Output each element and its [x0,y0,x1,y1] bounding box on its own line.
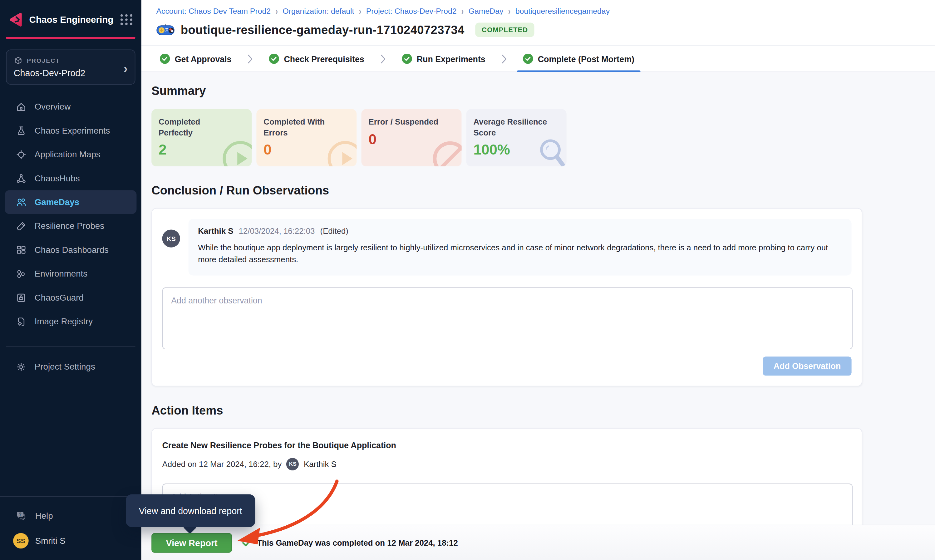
view-report-button[interactable]: View Report [151,533,232,552]
check-circle-icon [160,54,170,64]
gear-doc-icon [15,315,27,327]
step-complete-post-mortem[interactable]: Complete (Post Mortem) [523,46,634,71]
sidebar-divider [6,346,135,347]
sidebar-item-label: Help [35,511,53,521]
card-value: 2 [158,142,245,158]
user-avatar: SS [13,533,29,549]
comment-author: Karthik S [198,227,233,236]
page-title: boutique-resilience-gameday-run-17102407… [181,23,464,37]
card-label: Completed With Errors [263,117,341,138]
breadcrumb-account[interactable]: Account: Chaos Dev Team Prod2 [156,6,271,15]
sidebar-item-chaos-experiments[interactable]: Chaos Experiments [0,118,141,142]
lock-card-icon [15,292,27,303]
completion-note: This GameDay was completed on 12 Mar 202… [242,538,458,547]
sidebar-item-resilience-probes[interactable]: Resilience Probes [0,214,141,238]
sidebar: Chaos Engineering PROJECT Chaos-Dev-Prod… [0,0,141,560]
brand-underline [6,37,135,39]
sidebar-item-chaoshubs[interactable]: ChaosHubs [0,166,141,190]
check-circle-icon [402,54,412,64]
step-label: Complete (Post Mortem) [538,54,634,64]
sidebar-item-chaos-dashboards[interactable]: Chaos Dashboards [0,238,141,262]
home-icon [15,101,27,112]
sidebar-item-label: Chaos Experiments [35,126,110,135]
breadcrumb-run[interactable]: boutiqueresiliencegameday [515,6,610,15]
author-avatar: KS [287,458,299,470]
gamepad-icon [156,23,175,37]
action-item-author: Karthik S [304,460,337,469]
sidebar-item-application-maps[interactable]: Application Maps [0,143,141,166]
project-name: Chaos-Dev-Prod2 [14,68,128,78]
action-items-heading: Action Items [151,403,935,417]
sidebar-item-help[interactable]: ? Help [0,504,141,528]
user-menu[interactable]: SS Smriti S [0,528,141,554]
project-selector[interactable]: PROJECT Chaos-Dev-Prod2 › [6,50,135,85]
stepper-tabs: Get Approvals Check Prerequisites Run Ex… [141,45,935,72]
step-run-experiments[interactable]: Run Experiments [402,46,486,71]
chevron-right-icon: › [359,6,361,16]
breadcrumb-organization[interactable]: Organization: default [283,6,354,15]
card-value: 0 [368,131,454,147]
card-error-suspended: Error / Suspended 0 [361,109,462,166]
app-root: Chaos Engineering PROJECT Chaos-Dev-Prod… [0,0,935,560]
sidebar-item-label: GameDays [35,197,79,207]
check-icon [242,538,252,547]
step-label: Run Experiments [417,54,486,64]
view-report-tooltip: View and download report [126,494,255,527]
card-label: Error / Suspended [368,117,446,127]
main-column: Account: Chaos Dev Team Prod2 › Organiza… [141,0,935,560]
svg-text:?: ? [19,511,22,516]
chevron-right-icon [380,54,386,64]
commenter-avatar: KS [162,229,180,247]
chaos-logo-icon [8,12,24,28]
sidebar-item-label: Project Settings [35,362,95,371]
app-title: Chaos Engineering [29,14,120,25]
sidebar-item-label: Image Registry [35,317,93,326]
breadcrumb-project[interactable]: Project: Chaos-Dev-Prod2 [366,6,457,15]
step-check-prerequisites[interactable]: Check Prerequisites [269,46,364,71]
observation-comment: KS Karthik S 12/03/2024, 16:22:03 (Edite… [162,219,852,275]
sidebar-item-label: Application Maps [35,149,100,159]
app-switcher-icon[interactable] [120,13,133,26]
add-observation-button[interactable]: Add Observation [763,356,851,375]
flask-icon [15,125,27,136]
sidebar-item-chaosguard[interactable]: ChaosGuard [0,286,141,309]
chevron-right-icon [248,54,253,64]
card-label: Average Resilience Score [474,117,551,138]
sidebar-nav: Overview Chaos Experiments Application M… [0,95,141,333]
people-icon [15,196,27,208]
breadcrumb-gameday[interactable]: GameDay [469,6,504,15]
chevron-right-icon: › [275,6,278,16]
check-circle-icon [523,54,533,64]
chevron-right-icon: › [461,6,464,16]
comment-edited-flag: (Edited) [320,227,348,236]
comment-body: While the boutique app deployment is lar… [198,242,833,266]
step-get-approvals[interactable]: Get Approvals [160,46,232,71]
observations-heading: Conclusion / Run Observations [151,183,935,197]
page-header: Account: Chaos Dev Team Prod2 › Organiza… [141,0,935,45]
check-circle-icon [269,54,279,64]
user-name: Smriti S [35,536,66,546]
sidebar-item-label: ChaosGuard [35,293,84,303]
card-completed-perfectly: Completed Perfectly 2 [151,109,252,166]
probe-icon [15,220,27,232]
card-value: 100% [474,142,560,158]
sidebar-item-overview[interactable]: Overview [0,95,141,118]
breadcrumb: Account: Chaos Dev Team Prod2 › Organiza… [156,6,921,15]
sidebar-item-label: Resilience Probes [35,221,104,231]
sidebar-item-project-settings[interactable]: Project Settings [0,355,141,378]
sidebar-item-gamedays[interactable]: GameDays [5,190,137,214]
action-item-added-text: Added on 12 Mar 2024, 16:22, by [162,460,282,469]
card-value: 0 [263,142,349,158]
comment-timestamp: 12/03/2024, 16:22:03 [239,227,315,236]
sidebar-item-image-registry[interactable]: Image Registry [0,309,141,333]
brand-row: Chaos Engineering [0,0,141,28]
summary-cards: Completed Perfectly 2 Completed With Err… [151,109,935,166]
cube-icon [14,56,23,65]
step-label: Get Approvals [175,54,232,64]
sidebar-item-label: ChaosHubs [35,174,80,183]
card-average-resilience-score: Average Resilience Score 100% [466,109,567,166]
sidebar-item-label: Overview [35,102,71,112]
target-icon [15,149,27,160]
sidebar-item-environments[interactable]: Environments [0,262,141,286]
observation-input[interactable] [162,287,853,349]
